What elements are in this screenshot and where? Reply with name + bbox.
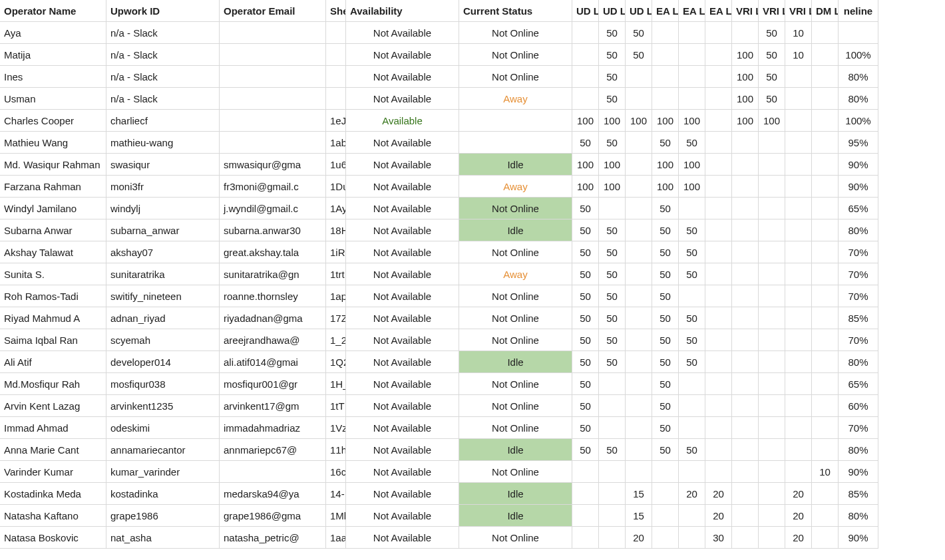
status-cell[interactable]: Not Online [459,373,572,395]
operator-name-cell[interactable]: Akshay Talawat [0,241,106,263]
column-header[interactable]: VRI L [732,0,759,22]
upwork-id-cell[interactable]: grape1986 [106,505,220,527]
upwork-id-cell[interactable]: mathieu-wang [106,132,220,154]
value-cell[interactable] [759,373,785,395]
value-cell[interactable] [626,66,652,88]
sheet-cell[interactable]: 1H_ [326,373,346,395]
value-cell[interactable] [759,285,785,307]
availability-cell[interactable]: Not Available [346,483,459,505]
value-cell[interactable]: 50 [679,307,705,329]
sheet-cell[interactable]: 11h [326,439,346,461]
operator-name-cell[interactable]: Md. Wasiqur Rahman [0,154,106,176]
operator-email-cell[interactable] [220,66,326,88]
value-cell[interactable] [785,132,812,154]
value-cell[interactable] [679,505,705,527]
value-cell[interactable] [705,66,732,88]
status-cell[interactable]: Idle [459,219,572,241]
value-cell[interactable] [759,461,785,483]
sheet-cell[interactable]: 1trt [326,263,346,285]
status-cell[interactable] [459,132,572,154]
status-cell[interactable]: Idle [459,154,572,176]
value-cell[interactable] [785,176,812,198]
sheet-cell[interactable]: 1iR [326,241,346,263]
operator-email-cell[interactable]: smwasiqur@gma [220,154,326,176]
value-cell[interactable]: 50 [759,44,785,66]
value-cell[interactable] [759,417,785,439]
operator-email-cell[interactable]: grape1986@gma [220,505,326,527]
operator-name-cell[interactable]: Roh Ramos-Tadi [0,285,106,307]
value-cell[interactable] [705,88,732,110]
operator-name-cell[interactable]: Windyl Jamilano [0,198,106,219]
availability-cell[interactable]: Not Available [346,241,459,263]
sheet-cell[interactable] [326,88,346,110]
availability-cell[interactable]: Not Available [346,154,459,176]
value-cell[interactable] [785,373,812,395]
value-cell[interactable] [785,417,812,439]
status-cell[interactable]: Idle [459,505,572,527]
value-cell[interactable]: 50 [599,66,626,88]
value-cell[interactable]: 80% [839,439,878,461]
value-cell[interactable]: 90% [839,527,878,549]
value-cell[interactable] [572,527,599,549]
value-cell[interactable]: 50 [572,241,599,263]
upwork-id-cell[interactable]: windylj [106,198,220,219]
value-cell[interactable] [732,22,759,44]
value-cell[interactable] [785,439,812,461]
value-cell[interactable] [732,483,759,505]
value-cell[interactable]: 50 [626,44,652,66]
value-cell[interactable] [839,22,878,44]
value-cell[interactable] [679,285,705,307]
value-cell[interactable]: 50 [652,307,679,329]
value-cell[interactable] [652,66,679,88]
availability-cell[interactable]: Not Available [346,285,459,307]
upwork-id-cell[interactable]: kumar_varinder [106,461,220,483]
upwork-id-cell[interactable]: akshay07 [106,241,220,263]
value-cell[interactable]: 100 [759,110,785,132]
value-cell[interactable]: 50 [599,132,626,154]
value-cell[interactable]: 50 [572,373,599,395]
operator-name-cell[interactable]: Ines [0,66,106,88]
operator-email-cell[interactable]: roanne.thornsley [220,285,326,307]
value-cell[interactable] [679,417,705,439]
value-cell[interactable]: 50 [679,241,705,263]
value-cell[interactable] [652,461,679,483]
value-cell[interactable] [812,351,839,373]
value-cell[interactable]: 80% [839,351,878,373]
availability-cell[interactable]: Not Available [346,373,459,395]
value-cell[interactable]: 10 [812,461,839,483]
value-cell[interactable] [732,154,759,176]
value-cell[interactable] [626,373,652,395]
value-cell[interactable] [812,44,839,66]
value-cell[interactable] [812,219,839,241]
value-cell[interactable] [652,44,679,66]
spreadsheet-grid[interactable]: Operator NameUpwork IDOperator EmailSheA… [0,0,945,549]
value-cell[interactable]: 10 [785,22,812,44]
column-header[interactable]: Upwork ID [106,0,220,22]
value-cell[interactable]: 100 [732,44,759,66]
value-cell[interactable] [812,241,839,263]
availability-cell[interactable]: Available [346,110,459,132]
value-cell[interactable] [599,198,626,219]
upwork-id-cell[interactable]: mosfiqur038 [106,373,220,395]
value-cell[interactable] [759,505,785,527]
value-cell[interactable]: 100 [626,110,652,132]
column-header[interactable]: VRI L [759,0,785,22]
value-cell[interactable]: 50 [626,22,652,44]
value-cell[interactable]: 50 [572,439,599,461]
availability-cell[interactable]: Not Available [346,439,459,461]
value-cell[interactable]: 80% [839,505,878,527]
value-cell[interactable] [785,154,812,176]
value-cell[interactable]: 50 [599,285,626,307]
value-cell[interactable] [626,351,652,373]
value-cell[interactable]: 50 [652,417,679,439]
upwork-id-cell[interactable]: switify_nineteen [106,285,220,307]
value-cell[interactable]: 70% [839,285,878,307]
operator-email-cell[interactable]: natasha_petric@ [220,527,326,549]
availability-cell[interactable]: Not Available [346,395,459,417]
status-cell[interactable]: Not Online [459,395,572,417]
column-header[interactable]: She [326,0,346,22]
value-cell[interactable] [812,285,839,307]
upwork-id-cell[interactable]: arvinkent1235 [106,395,220,417]
value-cell[interactable] [679,44,705,66]
column-header[interactable]: UD L [599,0,626,22]
